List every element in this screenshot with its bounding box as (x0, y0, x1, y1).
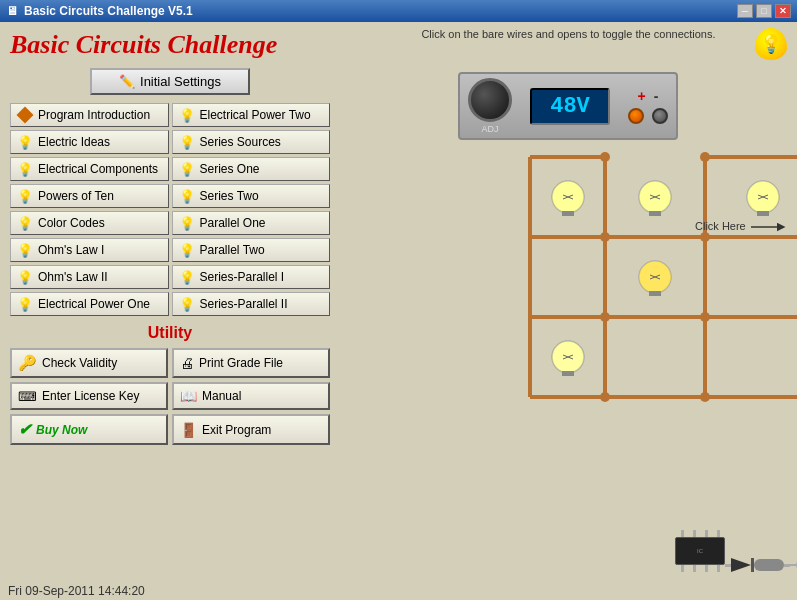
menu-btn-series-one[interactable]: 💡 Series One (172, 157, 331, 181)
plus-terminal-label: + (638, 88, 646, 104)
manual-button[interactable]: 📖 Manual (172, 382, 330, 410)
menu-label: Electrical Components (38, 162, 158, 176)
initial-settings-label: Initial Settings (140, 74, 221, 89)
check-validity-label: Check Validity (42, 356, 117, 370)
svg-point-39[interactable] (700, 312, 710, 322)
menu-label: Ohm's Law I (38, 243, 104, 257)
bulb-icon: 💡 (17, 269, 33, 285)
svg-rect-13 (562, 211, 574, 216)
status-text: Fri 09-Sep-2011 14:44:20 (8, 584, 145, 598)
enter-license-label: Enter License Key (42, 389, 139, 403)
menu-label: Electrical Power One (38, 297, 150, 311)
print-grade-file-button[interactable]: 🖨 Print Grade File (172, 348, 330, 378)
buy-now-button[interactable]: ✔ Buy Now (10, 414, 168, 445)
utility-title: Utility (10, 324, 330, 342)
menu-label: Electric Ideas (38, 135, 110, 149)
status-bar: Fri 09-Sep-2011 14:44:20 (8, 584, 145, 598)
utility-grid: 🔑 Check Validity 🖨 Print Grade File ⌨ En… (10, 348, 330, 445)
svg-point-38[interactable] (600, 312, 610, 322)
svg-point-34[interactable] (600, 152, 610, 162)
menu-label: Parallel One (200, 216, 266, 230)
svg-point-40[interactable] (600, 392, 610, 402)
menu-btn-electrical-components[interactable]: 💡 Electrical Components (10, 157, 169, 181)
components-display: IC (670, 527, 792, 572)
printer-icon: 🖨 (180, 355, 194, 371)
manual-label: Manual (202, 389, 241, 403)
svg-point-36[interactable] (600, 232, 610, 242)
click-here-label: Click Here (695, 217, 791, 237)
fuse (790, 558, 797, 572)
initial-settings-button[interactable]: ✏️ Initial Settings (90, 68, 250, 95)
svg-point-35[interactable] (700, 152, 710, 162)
svg-rect-33 (562, 371, 574, 376)
svg-rect-23 (757, 211, 769, 216)
menu-btn-electrical-power-one[interactable]: 💡 Electrical Power One (10, 292, 169, 316)
app-title: Basic Circuits Challenge (10, 30, 330, 60)
logo-bulb-icon: 💡 (760, 33, 782, 55)
menu-grid: Program Introduction 💡 Electrical Power … (10, 103, 330, 316)
menu-btn-series-sources[interactable]: 💡 Series Sources (172, 130, 331, 154)
left-panel: Basic Circuits Challenge ✏️ Initial Sett… (0, 22, 340, 600)
check-validity-button[interactable]: 🔑 Check Validity (10, 348, 168, 378)
close-button[interactable]: ✕ (775, 4, 791, 18)
bulb-icon: 💡 (17, 134, 33, 150)
menu-btn-series-parallel-i[interactable]: 💡 Series-Parallel I (172, 265, 331, 289)
bulb-icon: 💡 (17, 242, 33, 258)
enter-license-key-button[interactable]: ⌨ Enter License Key (10, 382, 168, 410)
menu-label: Powers of Ten (38, 189, 114, 203)
minus-terminal-label: - (654, 88, 659, 104)
menu-label: Series One (200, 162, 260, 176)
minimize-button[interactable]: ─ (737, 4, 753, 18)
main-content: Basic Circuits Challenge ✏️ Initial Sett… (0, 22, 797, 600)
bulb-icon: 💡 (179, 215, 195, 231)
svg-point-41[interactable] (700, 392, 710, 402)
menu-label: Parallel Two (200, 243, 265, 257)
menu-btn-electric-ideas[interactable]: 💡 Electric Ideas (10, 130, 169, 154)
menu-label: Series Sources (200, 135, 281, 149)
circuit-diagram (470, 117, 797, 427)
exit-program-label: Exit Program (202, 423, 271, 437)
right-panel: 💡 Click on the bare wires and opens to t… (340, 22, 797, 600)
app-logo: 💡 (755, 28, 787, 60)
menu-btn-parallel-one[interactable]: 💡 Parallel One (172, 211, 331, 235)
pencil-icon: ✏️ (119, 74, 135, 89)
bulb-icon: 💡 (17, 188, 33, 204)
menu-btn-color-codes[interactable]: 💡 Color Codes (10, 211, 169, 235)
maximize-button[interactable]: □ (756, 4, 772, 18)
instruction-text: Click on the bare wires and opens to tog… (348, 28, 789, 40)
bulb-icon: 💡 (179, 242, 195, 258)
menu-label: Electrical Power Two (200, 108, 311, 122)
buy-now-label: Buy Now (36, 423, 87, 437)
menu-label: Series-Parallel I (200, 270, 285, 284)
check-icon: ✔ (18, 420, 31, 439)
menu-label: Color Codes (38, 216, 105, 230)
svg-rect-28 (649, 291, 661, 296)
print-grade-label: Print Grade File (199, 356, 283, 370)
menu-btn-powers-of-ten[interactable]: 💡 Powers of Ten (10, 184, 169, 208)
title-bar-label: Basic Circuits Challenge V5.1 (24, 4, 193, 18)
diode (725, 558, 790, 572)
title-bar-controls: ─ □ ✕ (737, 4, 791, 18)
bulb-icon: 💡 (179, 269, 195, 285)
menu-label: Program Introduction (38, 108, 150, 122)
bulb-icon: 💡 (17, 215, 33, 231)
book-icon: 📖 (180, 388, 197, 404)
keyboard-icon: ⌨ (18, 389, 37, 404)
bulb-icon: 💡 (17, 296, 33, 312)
bulb-icon: 💡 (179, 296, 195, 312)
menu-btn-series-two[interactable]: 💡 Series Two (172, 184, 331, 208)
menu-btn-ohms-law-ii[interactable]: 💡 Ohm's Law II (10, 265, 169, 289)
bulb-icon: 💡 (179, 161, 195, 177)
menu-btn-series-parallel-ii[interactable]: 💡 Series-Parallel II (172, 292, 331, 316)
menu-btn-program-introduction[interactable]: Program Introduction (10, 103, 169, 127)
menu-label: Series-Parallel II (200, 297, 288, 311)
menu-btn-parallel-two[interactable]: 💡 Parallel Two (172, 238, 331, 262)
exit-program-button[interactable]: 🚪 Exit Program (172, 414, 330, 445)
bulb-icon: 💡 (179, 134, 195, 150)
menu-btn-electrical-power-two[interactable]: 💡 Electrical Power Two (172, 103, 331, 127)
menu-btn-ohms-law-i[interactable]: 💡 Ohm's Law I (10, 238, 169, 262)
diamond-icon (17, 107, 33, 123)
menu-label: Ohm's Law II (38, 270, 108, 284)
exit-icon: 🚪 (180, 422, 197, 438)
psu-knob[interactable] (468, 78, 512, 122)
